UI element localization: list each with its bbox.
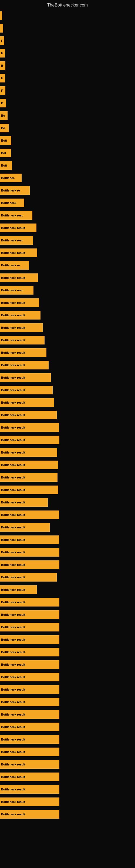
bar-label: Bottleneck result [1, 339, 25, 342]
bar-row: Bottleneck result [0, 496, 135, 508]
bar-label: Bottleneck result [1, 513, 25, 517]
bar-label: Bottleneck result [1, 276, 25, 279]
bar-item: Bottleneck result [0, 648, 59, 656]
bar-item: Bottlenec [0, 174, 21, 182]
bar-label: Bo [1, 126, 5, 130]
bar-label: Bottleneck result [1, 314, 25, 317]
bar-label: Bottleneck result [1, 675, 25, 679]
bar-item: Bottleneck [0, 198, 24, 207]
bar-row: Bottleneck [0, 197, 135, 209]
bar-label: Bottleneck result [1, 625, 25, 629]
bar-row: Bottleneck result [0, 459, 135, 471]
bar-item: Bottleneck result [0, 486, 58, 494]
bar-label: Bottleneck result [1, 600, 25, 604]
bar-label: Bottleneck result [1, 451, 25, 454]
bar-label: Bottleneck [1, 201, 16, 205]
bar-item: Bottleneck re [0, 186, 30, 195]
bar-row: Bottleneck result [0, 659, 135, 671]
bar-item: Bo [0, 111, 8, 120]
bar-row: Bottleneck result [0, 384, 135, 396]
bar-item: B [0, 61, 5, 70]
bar-label: Bottleneck result [1, 701, 25, 704]
bar-label: F [1, 76, 3, 80]
bar-item: Bottleneck result [0, 548, 59, 557]
bar-row: Bottleneck result [0, 484, 135, 496]
bar-item: Bot [0, 149, 11, 157]
bar-item: Bottleneck result [0, 473, 57, 482]
bar-label: Bottleneck result [1, 326, 25, 329]
bar-item: Bottleneck result [0, 785, 59, 794]
bar-row: Bottleneck result [0, 347, 135, 359]
bar-row: Bottleneck resu [0, 284, 135, 296]
bar-label: Bottleneck result [1, 750, 25, 753]
bar-item: Bottleneck result [0, 498, 48, 507]
bar-label: Bottleneck result [1, 438, 25, 442]
bar-item: Bottleneck result [0, 760, 59, 769]
bar-label: Bottleneck result [1, 226, 25, 229]
bar-item: Bottleneck resu [0, 236, 33, 245]
bar-row: Bottleneck result [0, 584, 135, 596]
bar-label: Bott [1, 139, 7, 142]
bar-row: Bottleneck result [0, 746, 135, 758]
bar-item: F [0, 36, 4, 45]
bar-row [0, 22, 135, 34]
bar-row: Bottleneck result [0, 596, 135, 608]
bar-label: Bottleneck result [1, 688, 25, 691]
bar-row: Bottlenec [0, 172, 135, 184]
bar-item: Bottleneck result [0, 585, 37, 594]
bar-label: Bottleneck result [1, 775, 25, 778]
bar-row: Bottleneck result [0, 397, 135, 408]
bar-item: Bottleneck result [0, 398, 54, 407]
bar-item: Bottleneck result [0, 311, 41, 319]
bar-item: Bott [0, 136, 11, 145]
bar-row: Bottleneck result [0, 297, 135, 309]
bar-row: Bott [0, 134, 135, 147]
bar-item: Bottleneck result [0, 448, 57, 457]
bar-item: Bottleneck result [0, 386, 53, 394]
bar-label: Bottleneck result [1, 650, 25, 654]
bar-label: Bottleneck resu [1, 239, 24, 242]
bar-item: Bottleneck result [0, 535, 59, 544]
bar-label: Bottleneck result [1, 426, 25, 429]
bar-item: Bott [0, 161, 12, 170]
bar-row: Bottleneck result [0, 796, 135, 808]
bar-row: Bottleneck result [0, 709, 135, 720]
bar-row: Bottleneck result [0, 334, 135, 346]
bar-label: Bottleneck result [1, 713, 25, 716]
bar-label: Bottleneck result [1, 613, 25, 616]
bar-item [0, 24, 3, 33]
bar-row: Bottleneck result [0, 309, 135, 321]
bar-item: Bottleneck result [0, 223, 37, 232]
bar-row: Bottleneck result [0, 696, 135, 708]
bar-row: Bottleneck result [0, 521, 135, 533]
bar-label: Bottleneck result [1, 413, 25, 416]
bar-row: Bottleneck result [0, 571, 135, 583]
bar-label: Bottleneck result [1, 301, 25, 304]
bar-label: Bot [1, 151, 6, 155]
bar-row: Bottleneck result [0, 509, 135, 521]
bar-item: Bottleneck resu [0, 286, 34, 294]
bar-row: Bott [0, 159, 135, 172]
bar-label: Bottleneck result [1, 813, 25, 816]
bar-row: Bottleneck result [0, 272, 135, 284]
bar-item: Bottleneck result [0, 273, 38, 282]
bar-item: Bottleneck result [0, 461, 58, 469]
bar-row: Bottleneck result [0, 671, 135, 683]
bar-item: Bottleneck result [0, 560, 59, 569]
bar-label: Bottleneck result [1, 551, 25, 554]
bar-row: Bottleneck result [0, 771, 135, 783]
bar-label: Bottleneck result [1, 538, 25, 541]
bar-row: Bottleneck result [0, 546, 135, 558]
bar-label: Bottleneck re [1, 264, 20, 267]
bar-label: Bo [1, 114, 5, 117]
bar-item: Bottleneck result [0, 423, 59, 432]
bar-row: Bottleneck result [0, 646, 135, 658]
bar-label: Bottleneck result [1, 588, 25, 591]
bar-row: Bo [0, 122, 135, 134]
bar-item: Bottleneck result [0, 523, 50, 532]
bar-label: Bottlenec [1, 176, 14, 180]
bar-label: Bottleneck result [1, 788, 25, 791]
bar-row: Bottleneck result [0, 446, 135, 458]
bars-container: FFBFFBBoBoBottBotBottBottlenecBottleneck… [0, 10, 135, 826]
bar-label: Bottleneck result [1, 663, 25, 666]
